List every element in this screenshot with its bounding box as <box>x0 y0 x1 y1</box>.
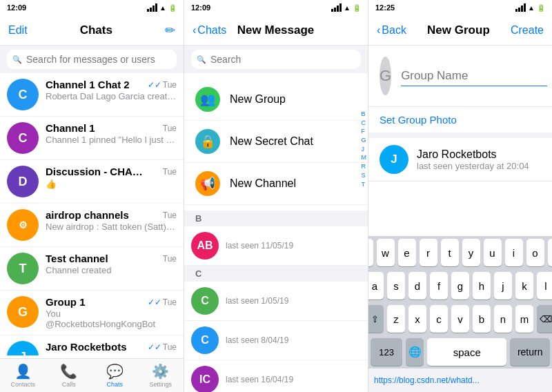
set-group-photo-link[interactable]: Set Group Photo <box>368 107 552 138</box>
chat-time-7: ✓✓ Tue <box>148 342 177 352</box>
key-b[interactable]: b <box>473 305 491 333</box>
key-u[interactable]: u <box>484 239 502 266</box>
chats-title: Chats <box>80 23 112 37</box>
contact-avatar-ab: AB <box>191 232 219 259</box>
left-panel: 12:09 ▲ 🔋 Edit Chats ✏ C Channe <box>0 0 184 392</box>
key-c[interactable]: c <box>430 305 448 333</box>
back-label-right: Back <box>382 24 406 37</box>
new-group-menu-item[interactable]: 👥 New Group <box>184 79 368 121</box>
group-avatar-placeholder[interactable]: G <box>379 57 391 95</box>
chat-preview-6: You@RocketbotsHongKongBot <box>46 308 177 329</box>
chat-info-6: Group 1 ✓✓ Tue You@RocketbotsHongKongBot <box>46 296 177 329</box>
key-delete[interactable]: ⌫ <box>537 305 552 333</box>
chat-item-3[interactable]: D Discussion - CHANNEL 1 🔔 Tue 👍 <box>0 160 184 204</box>
key-f[interactable]: f <box>430 272 448 300</box>
tab-chats[interactable]: 💬 Chats <box>92 363 138 388</box>
tab-calls[interactable]: 📞 Calls <box>46 363 92 388</box>
key-o[interactable]: o <box>526 239 544 266</box>
chat-preview-5: Channel created <box>46 265 177 275</box>
key-globe[interactable]: 🌐 <box>406 338 424 366</box>
wifi-icon-right: ▲ <box>528 4 535 12</box>
key-s[interactable]: s <box>387 272 405 300</box>
tab-contacts[interactable]: 👤 Contacts <box>0 363 46 388</box>
avatar-5: T <box>7 253 39 284</box>
contact-sub-c2: last seen 8/04/19 <box>226 335 361 345</box>
chat-preview-1: Roberta Dal Lago Garcia created the gr..… <box>46 91 177 101</box>
key-d[interactable]: d <box>408 272 426 300</box>
contact-info-c2: last seen 8/04/19 <box>226 335 361 345</box>
edit-button[interactable]: Edit <box>8 24 28 37</box>
chat-item-7[interactable]: J Jaro Rocketbots ✓✓ Tue https://t.me/jo… <box>0 335 184 355</box>
search-input-middle[interactable] <box>191 50 361 69</box>
key-y[interactable]: y <box>462 239 480 266</box>
group-header-area: G <box>368 46 552 107</box>
chat-name-row-6: Group 1 ✓✓ Tue <box>46 296 177 308</box>
key-l[interactable]: l <box>537 272 552 300</box>
chat-name-2: Channel 1 <box>46 122 95 134</box>
key-r[interactable]: r <box>420 239 437 266</box>
contact-ab[interactable]: AB last seen 11/05/19 <box>184 226 368 266</box>
key-x[interactable]: x <box>408 305 426 333</box>
tab-chats-label: Chats <box>106 381 123 388</box>
key-e[interactable]: e <box>398 239 416 266</box>
status-bar-right: 12:25 ▲ 🔋 <box>368 0 552 15</box>
signal-icon-right <box>515 3 526 12</box>
key-w[interactable]: w <box>377 239 395 266</box>
chat-item-1[interactable]: C Channel 1 Chat 2 ✓✓ Tue Roberta Dal La… <box>0 73 184 117</box>
signal-icon-mid <box>331 3 342 12</box>
compose-button[interactable]: ✏ <box>165 23 175 38</box>
key-j[interactable]: j <box>494 272 512 300</box>
back-button-right[interactable]: ‹ Back <box>377 24 406 37</box>
new-channel-menu-item[interactable]: 📢 New Channel <box>184 163 368 205</box>
chat-name-4: airdrop channels <box>46 209 129 221</box>
middle-panel: 12:09 ▲ 🔋 ‹ Chats New Message 👥 <box>184 0 368 392</box>
key-n[interactable]: n <box>494 305 512 333</box>
chat-info-5: Test channel Tue Channel created <box>46 253 177 275</box>
key-q[interactable]: q <box>368 239 373 266</box>
keyboard-row-4: 123 🌐 space return <box>368 335 552 369</box>
chat-preview-2: Channel 1 pinned "Hello I just cr..." <box>46 135 177 145</box>
chat-info-4: airdrop channels Tue New airdrop : Satt … <box>46 209 177 232</box>
key-h[interactable]: h <box>473 272 491 300</box>
key-shift[interactable]: ⇧ <box>368 305 384 333</box>
chat-item-2[interactable]: C Channel 1 Tue Channel 1 pinned "Hello … <box>0 117 184 160</box>
key-t[interactable]: t <box>441 239 459 266</box>
key-i[interactable]: i <box>505 239 523 266</box>
chat-item-5[interactable]: T Test channel Tue Channel created <box>0 247 184 291</box>
new-secret-chat-menu-item[interactable]: 🔒 New Secret Chat <box>184 121 368 163</box>
key-p[interactable]: p <box>548 239 553 266</box>
avatar-4: ⚙ <box>7 209 39 241</box>
key-return[interactable]: return <box>510 338 550 366</box>
key-g[interactable]: g <box>451 272 469 300</box>
contact-c1[interactable]: C last seen 1/05/19 <box>184 282 368 321</box>
key-m[interactable]: m <box>515 305 533 333</box>
chat-name-row-5: Test channel Tue <box>46 253 177 264</box>
key-a[interactable]: a <box>368 272 384 300</box>
key-k[interactable]: k <box>515 272 533 300</box>
avatar-6: G <box>7 296 39 328</box>
key-v[interactable]: v <box>451 305 469 333</box>
tab-settings[interactable]: ⚙️ Settings <box>138 363 184 388</box>
contact-ic[interactable]: IC last seen 16/04/19 <box>184 360 368 392</box>
group-name-input[interactable] <box>401 66 547 86</box>
right-panel: 12:25 ▲ 🔋 ‹ Back New Group Create G Set … <box>368 0 552 392</box>
chat-time-3: Tue <box>163 167 177 177</box>
member-item-jaro[interactable]: J Jaro Rocketbots last seen yesterday at… <box>368 138 552 182</box>
chat-name-5: Test channel <box>46 253 108 264</box>
key-space[interactable]: space <box>427 338 506 366</box>
key-z[interactable]: z <box>387 305 405 333</box>
new-channel-label: New Channel <box>230 177 296 190</box>
contact-c2[interactable]: C last seen 8/04/19 <box>184 321 368 360</box>
create-button[interactable]: Create <box>511 24 544 37</box>
search-wrap-left <box>7 50 177 69</box>
status-icons-middle: ▲ 🔋 <box>331 3 361 12</box>
nav-bar-middle: ‹ Chats New Message <box>184 15 368 46</box>
contact-avatar-ic: IC <box>191 366 219 392</box>
chat-item-6[interactable]: G Group 1 ✓✓ Tue You@RocketbotsHongKongB… <box>0 291 184 335</box>
contact-avatar-c2: C <box>191 326 219 354</box>
contact-sub-ab: last seen 11/05/19 <box>226 241 361 251</box>
search-input-left[interactable] <box>7 50 177 69</box>
chat-item-4[interactable]: ⚙ airdrop channels Tue New airdrop : Sat… <box>0 204 184 247</box>
back-to-chats-button[interactable]: ‹ Chats <box>193 24 226 37</box>
key-123[interactable]: 123 <box>371 338 402 366</box>
